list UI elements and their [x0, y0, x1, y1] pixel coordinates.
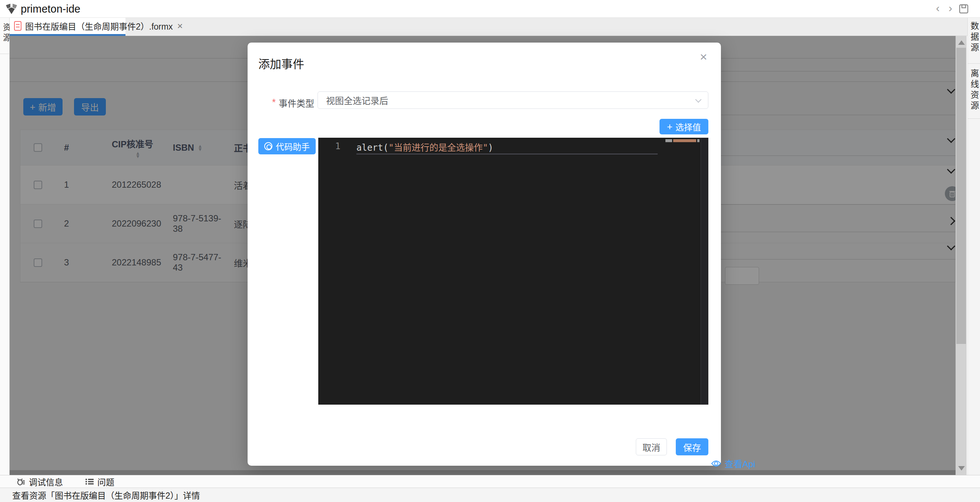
vertical-scrollbar[interactable] — [956, 36, 967, 475]
select-value-button[interactable]: + 选择值 — [660, 119, 708, 134]
cancel-button[interactable]: 取消 — [636, 438, 667, 455]
line-number: 1 — [318, 141, 340, 151]
left-rail-resources[interactable]: 资源 — [0, 23, 9, 44]
view-api-link[interactable]: 查看Api — [711, 457, 756, 470]
event-type-value: 视图全选记录后 — [326, 94, 388, 107]
scroll-up-arrow-icon[interactable] — [958, 40, 965, 45]
chevron-down-icon — [695, 97, 702, 103]
debug-icon — [17, 477, 25, 486]
status-text: 查看资源「图书在版编目（生命周期事件2）」详情 — [12, 489, 200, 501]
bottom-panel-bar: 调试信息 问题 — [0, 475, 980, 488]
tab-formx[interactable]: 图书在版编目（生命周期事件2）.formx × — [10, 18, 126, 36]
app-window: primeton-ide ‹ › 资源 图书在版编目（生命周期事件2）.form… — [0, 0, 980, 502]
right-rail-divider — [968, 63, 980, 64]
add-event-dialog: 添加事件 × * 事件类型 视图全选记录后 + 选择值 代码助手 1 alert… — [248, 43, 721, 466]
tab-label: 图书在版编目（生命周期事件2）.formx — [25, 20, 173, 32]
save-button[interactable]: 保存 — [676, 438, 708, 455]
debug-info-tab[interactable]: 调试信息 — [17, 475, 63, 488]
event-type-select[interactable]: 视图全选记录后 — [318, 91, 708, 109]
code-assistant-icon — [264, 142, 272, 150]
tab-close-icon[interactable]: × — [177, 22, 183, 30]
event-type-label: 事件类型 — [279, 96, 314, 109]
code-line[interactable]: alert("当前进行的是全选操作") — [356, 140, 493, 153]
code-assistant-button[interactable]: 代码助手 — [258, 138, 316, 155]
status-bar: 查看资源「图书在版编目（生命周期事件2）」详情 — [0, 488, 980, 502]
code-editor[interactable]: 1 alert("当前进行的是全选操作") — [318, 138, 708, 405]
app-logo-icon — [5, 3, 18, 15]
current-line-underline — [356, 154, 658, 155]
app-title: primeton-ide — [21, 3, 80, 15]
right-rail-offline-resource[interactable]: 离线资源 — [968, 69, 980, 112]
tab-bar: 图书在版编目（生命周期事件2）.formx × — [10, 18, 967, 36]
left-rail-divider — [0, 54, 9, 54]
required-mark: * — [272, 97, 276, 108]
editor-minimap[interactable] — [701, 138, 708, 405]
formx-file-icon — [14, 21, 21, 31]
save-icon[interactable] — [959, 4, 969, 14]
nav-back-icon[interactable]: ‹ — [932, 2, 944, 15]
dialog-title: 添加事件 — [258, 55, 304, 72]
minimap-code-strip — [665, 139, 700, 142]
left-rail: 资源 — [0, 18, 10, 475]
right-rail-divider — [968, 118, 980, 119]
eye-icon — [711, 460, 721, 467]
dialog-close-icon[interactable]: × — [696, 49, 711, 64]
plus-icon: + — [667, 122, 673, 131]
problems-tab[interactable]: 问题 — [85, 475, 115, 488]
title-bar: primeton-ide ‹ › — [0, 0, 980, 18]
list-icon — [85, 477, 94, 486]
nav-forward-icon[interactable]: › — [945, 2, 956, 15]
scroll-down-arrow-icon[interactable] — [958, 466, 965, 470]
right-rail-datasource[interactable]: 数据源 — [968, 21, 980, 54]
right-rail: 数据源 离线资源 — [967, 18, 980, 475]
scrollbar-thumb[interactable] — [956, 48, 966, 344]
